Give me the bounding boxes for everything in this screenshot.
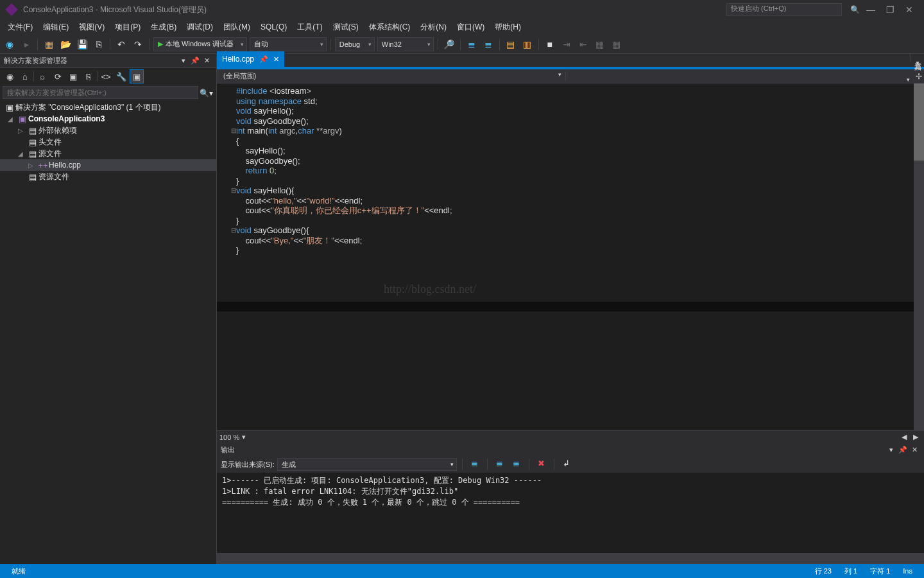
minimize-button[interactable]: — [861, 4, 880, 15]
tree-headers[interactable]: ▤头文件 [0, 136, 216, 148]
menu-item[interactable]: 视图(V) [74, 22, 110, 33]
save-all-button[interactable]: ⎘ [92, 37, 106, 51]
toolbar: ◉ ▸ ▦ 📂 💾 ⎘ ↶ ↷ ▶本地 Windows 调试器 自动 Debug… [0, 35, 924, 54]
tab-close-icon[interactable]: ✕ [273, 55, 279, 64]
output-goto-icon[interactable]: ≣ [468, 457, 482, 471]
zoom-dropdown[interactable]: 100 % [219, 434, 239, 441]
maximize-button[interactable]: ❐ [880, 4, 900, 15]
titlebar: ConsoleApplication3 - Microsoft Visual S… [0, 0, 924, 19]
output-close-icon[interactable]: ✕ [909, 446, 920, 454]
comment-button[interactable]: ≣ [465, 37, 479, 51]
menu-item[interactable]: 工具(T) [292, 22, 327, 33]
search-icon[interactable]: 🔍 [848, 5, 861, 14]
config-auto-dropdown[interactable]: 自动 [250, 37, 327, 51]
undo-button[interactable]: ↶ [114, 37, 128, 51]
quick-launch-input[interactable]: 快速启动 (Ctrl+Q) [726, 3, 842, 16]
nav-back-button[interactable]: ◉ [3, 37, 17, 51]
save-button[interactable]: 💾 [75, 37, 89, 51]
editor-scrollbar[interactable] [914, 83, 924, 430]
status-ins: Ins [896, 567, 919, 575]
tb-btn-a[interactable]: ▤ [504, 37, 518, 51]
sol-home-icon[interactable]: ⌂ [18, 69, 32, 83]
menu-item[interactable]: 文件(F) [3, 22, 38, 33]
solution-explorer-header: 解决方案资源管理器 ▾ 📌 ✕ [0, 54, 216, 68]
output-source-dropdown[interactable]: 生成 [277, 458, 457, 471]
tb-btn-g[interactable]: ▦ [610, 37, 624, 51]
code-editor[interactable]: #include <iostream>using namespace std;v… [217, 83, 924, 430]
redo-button[interactable]: ↷ [131, 37, 145, 51]
sol-code-icon[interactable]: <> [99, 69, 113, 83]
scroll-left-icon[interactable]: ◀ [898, 433, 910, 441]
nav-fwd-button[interactable]: ▸ [19, 37, 33, 51]
menu-item[interactable]: 测试(S) [328, 22, 364, 33]
tree-sources[interactable]: ◢▤源文件 [0, 148, 216, 159]
tb-btn-e[interactable]: ⇤ [576, 37, 590, 51]
menu-item[interactable]: 团队(M) [218, 22, 255, 33]
new-project-button[interactable]: ▦ [42, 37, 56, 51]
status-line: 行 23 [809, 566, 838, 576]
scroll-right-icon[interactable]: ▶ [910, 433, 921, 441]
solution-search-input[interactable] [3, 86, 198, 99]
output-pin-icon[interactable]: 📌 [897, 446, 909, 454]
solution-toolbar: ◉ ⌂ ☼ ⟳ ▣ ⎘ <> 🔧 ▣ [0, 68, 216, 85]
output-next-icon[interactable]: ≣ [509, 457, 524, 471]
tree-external-deps[interactable]: ▷▤外部依赖项 [0, 125, 216, 136]
panel-pin-icon[interactable]: 📌 [189, 57, 201, 65]
tree-solution-root[interactable]: ▣解决方案 "ConsoleApplication3" (1 个项目) [0, 101, 216, 113]
menu-item[interactable]: 帮助(H) [490, 22, 526, 33]
search-submit-icon[interactable]: 🔍▾ [198, 86, 214, 99]
menu-item[interactable]: 体系结构(C) [364, 22, 416, 33]
sol-back-icon[interactable]: ◉ [3, 69, 17, 83]
find-button[interactable]: 🔎 [442, 37, 456, 51]
config-platform-dropdown[interactable]: Win32 [377, 37, 434, 51]
vs-logo-icon [5, 3, 18, 16]
sol-prop-icon[interactable]: 🔧 [114, 69, 128, 83]
menu-item[interactable]: 窗口(W) [452, 22, 490, 33]
menu-item[interactable]: 分析(N) [415, 22, 452, 33]
toolbox-tab[interactable]: 工具箱 [910, 54, 924, 62]
menu-item[interactable]: 项目(P) [110, 22, 146, 33]
sol-refresh-icon[interactable]: ⟳ [51, 69, 65, 83]
nav-split-icon[interactable]: ✢ [914, 72, 924, 81]
status-col: 列 1 [838, 566, 864, 576]
sol-showall-icon[interactable]: ⎘ [81, 69, 96, 83]
uncomment-button[interactable]: ≣ [481, 37, 495, 51]
nav-scope-dropdown[interactable]: (全局范围) [217, 71, 566, 81]
output-prev-icon[interactable]: ≣ [493, 457, 507, 471]
zoom-bar: 100 %▾ ◀ ▶ [217, 430, 924, 443]
output-clear-icon[interactable]: ✖ [535, 457, 549, 471]
sol-collapse-icon[interactable]: ▣ [66, 69, 80, 83]
menubar: 文件(F)编辑(E)视图(V)项目(P)生成(B)调试(D)团队(M)SQL(Q… [0, 19, 924, 35]
tb-btn-f[interactable]: ▦ [593, 37, 607, 51]
close-button[interactable]: ✕ [900, 4, 919, 15]
tb-btn-c[interactable]: ■ [543, 37, 557, 51]
config-debug-dropdown[interactable]: Debug [335, 37, 375, 51]
nav-breadcrumb: (全局范围) ✢ [217, 69, 924, 83]
panel-close-icon[interactable]: ✕ [201, 57, 212, 65]
tb-btn-b[interactable]: ▥ [520, 37, 535, 51]
sol-sync-icon[interactable]: ☼ [35, 69, 49, 83]
menu-item[interactable]: 生成(B) [146, 22, 182, 33]
output-title: 输出 [221, 445, 235, 455]
tree-project[interactable]: ◢▣ConsoleApplication3 [0, 113, 216, 125]
sol-preview-icon[interactable]: ▣ [130, 69, 144, 83]
output-panel: 输出 ▾ 📌 ✕ 显示输出来源(S): 生成 ≣ ≣ ≣ ✖ ↲ 1>-----… [217, 443, 924, 564]
output-body[interactable]: 1>------ 已启动生成: 项目: ConsoleApplication3,… [217, 473, 924, 553]
tree-hello-cpp[interactable]: ▷++Hello.cpp [0, 159, 216, 171]
output-dropdown-icon[interactable]: ▾ [886, 446, 897, 454]
start-debug-button[interactable]: ▶本地 Windows 调试器 [153, 37, 247, 51]
open-button[interactable]: 📂 [58, 37, 73, 51]
output-wrap-icon[interactable]: ↲ [560, 457, 574, 471]
tb-btn-d[interactable]: ⇥ [560, 37, 574, 51]
output-source-label: 显示输出来源(S): [221, 460, 275, 469]
output-hscroll[interactable] [217, 553, 924, 564]
menu-item[interactable]: 调试(D) [182, 22, 218, 33]
tab-hello-cpp[interactable]: Hello.cpp 📌 ✕ [217, 51, 284, 67]
tab-pin-icon[interactable]: 📌 [259, 55, 268, 64]
tree-resources[interactable]: ▤资源文件 [0, 171, 216, 182]
menu-item[interactable]: SQL(Q) [255, 22, 292, 31]
panel-dropdown-icon[interactable]: ▾ [178, 57, 189, 65]
menu-item[interactable]: 编辑(E) [38, 22, 74, 33]
solution-tree: ▣解决方案 "ConsoleApplication3" (1 个项目) ◢▣Co… [0, 100, 216, 564]
window-title: ConsoleApplication3 - Microsoft Visual S… [23, 4, 726, 15]
